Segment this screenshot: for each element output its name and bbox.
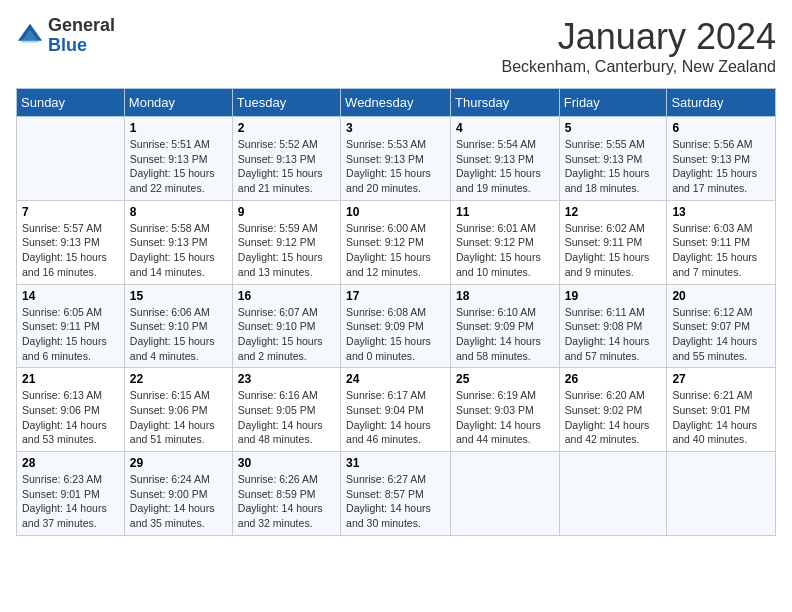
calendar-week-row: 7Sunrise: 5:57 AM Sunset: 9:13 PM Daylig… xyxy=(17,200,776,284)
logo-icon xyxy=(16,22,44,50)
calendar-cell: 3Sunrise: 5:53 AM Sunset: 9:13 PM Daylig… xyxy=(341,117,451,201)
calendar-cell: 22Sunrise: 6:15 AM Sunset: 9:06 PM Dayli… xyxy=(124,368,232,452)
day-info: Sunrise: 5:57 AM Sunset: 9:13 PM Dayligh… xyxy=(22,221,119,280)
calendar-cell xyxy=(17,117,125,201)
day-info: Sunrise: 6:16 AM Sunset: 9:05 PM Dayligh… xyxy=(238,388,335,447)
day-number: 30 xyxy=(238,456,335,470)
day-info: Sunrise: 6:07 AM Sunset: 9:10 PM Dayligh… xyxy=(238,305,335,364)
logo: General Blue xyxy=(16,16,115,56)
calendar-cell: 9Sunrise: 5:59 AM Sunset: 9:12 PM Daylig… xyxy=(232,200,340,284)
calendar-week-row: 28Sunrise: 6:23 AM Sunset: 9:01 PM Dayli… xyxy=(17,452,776,536)
calendar-cell: 18Sunrise: 6:10 AM Sunset: 9:09 PM Dayli… xyxy=(451,284,560,368)
day-number: 13 xyxy=(672,205,770,219)
day-number: 27 xyxy=(672,372,770,386)
day-number: 17 xyxy=(346,289,445,303)
day-info: Sunrise: 6:03 AM Sunset: 9:11 PM Dayligh… xyxy=(672,221,770,280)
day-info: Sunrise: 6:23 AM Sunset: 9:01 PM Dayligh… xyxy=(22,472,119,531)
day-info: Sunrise: 5:58 AM Sunset: 9:13 PM Dayligh… xyxy=(130,221,227,280)
title-block: January 2024 Beckenham, Canterbury, New … xyxy=(501,16,776,76)
calendar-cell: 5Sunrise: 5:55 AM Sunset: 9:13 PM Daylig… xyxy=(559,117,667,201)
day-info: Sunrise: 6:11 AM Sunset: 9:08 PM Dayligh… xyxy=(565,305,662,364)
day-info: Sunrise: 5:55 AM Sunset: 9:13 PM Dayligh… xyxy=(565,137,662,196)
day-number: 11 xyxy=(456,205,554,219)
day-info: Sunrise: 6:12 AM Sunset: 9:07 PM Dayligh… xyxy=(672,305,770,364)
day-number: 2 xyxy=(238,121,335,135)
calendar-cell: 17Sunrise: 6:08 AM Sunset: 9:09 PM Dayli… xyxy=(341,284,451,368)
day-number: 14 xyxy=(22,289,119,303)
calendar-cell: 20Sunrise: 6:12 AM Sunset: 9:07 PM Dayli… xyxy=(667,284,776,368)
day-info: Sunrise: 6:24 AM Sunset: 9:00 PM Dayligh… xyxy=(130,472,227,531)
day-number: 31 xyxy=(346,456,445,470)
day-number: 20 xyxy=(672,289,770,303)
day-info: Sunrise: 6:06 AM Sunset: 9:10 PM Dayligh… xyxy=(130,305,227,364)
month-title: January 2024 xyxy=(501,16,776,58)
day-info: Sunrise: 6:19 AM Sunset: 9:03 PM Dayligh… xyxy=(456,388,554,447)
calendar-cell: 24Sunrise: 6:17 AM Sunset: 9:04 PM Dayli… xyxy=(341,368,451,452)
day-info: Sunrise: 6:08 AM Sunset: 9:09 PM Dayligh… xyxy=(346,305,445,364)
page-header: General Blue January 2024 Beckenham, Can… xyxy=(16,16,776,76)
calendar-cell: 30Sunrise: 6:26 AM Sunset: 8:59 PM Dayli… xyxy=(232,452,340,536)
day-info: Sunrise: 6:27 AM Sunset: 8:57 PM Dayligh… xyxy=(346,472,445,531)
calendar-cell: 29Sunrise: 6:24 AM Sunset: 9:00 PM Dayli… xyxy=(124,452,232,536)
calendar-week-row: 21Sunrise: 6:13 AM Sunset: 9:06 PM Dayli… xyxy=(17,368,776,452)
calendar-cell: 27Sunrise: 6:21 AM Sunset: 9:01 PM Dayli… xyxy=(667,368,776,452)
calendar-cell: 28Sunrise: 6:23 AM Sunset: 9:01 PM Dayli… xyxy=(17,452,125,536)
day-number: 6 xyxy=(672,121,770,135)
day-info: Sunrise: 5:56 AM Sunset: 9:13 PM Dayligh… xyxy=(672,137,770,196)
calendar-cell: 26Sunrise: 6:20 AM Sunset: 9:02 PM Dayli… xyxy=(559,368,667,452)
logo-general: General xyxy=(48,16,115,36)
calendar-table: SundayMondayTuesdayWednesdayThursdayFrid… xyxy=(16,88,776,536)
day-info: Sunrise: 6:00 AM Sunset: 9:12 PM Dayligh… xyxy=(346,221,445,280)
calendar-cell: 4Sunrise: 5:54 AM Sunset: 9:13 PM Daylig… xyxy=(451,117,560,201)
day-number: 10 xyxy=(346,205,445,219)
day-number: 7 xyxy=(22,205,119,219)
calendar-cell: 15Sunrise: 6:06 AM Sunset: 9:10 PM Dayli… xyxy=(124,284,232,368)
calendar-cell: 25Sunrise: 6:19 AM Sunset: 9:03 PM Dayli… xyxy=(451,368,560,452)
day-number: 25 xyxy=(456,372,554,386)
calendar-cell: 11Sunrise: 6:01 AM Sunset: 9:12 PM Dayli… xyxy=(451,200,560,284)
location: Beckenham, Canterbury, New Zealand xyxy=(501,58,776,76)
calendar-cell: 7Sunrise: 5:57 AM Sunset: 9:13 PM Daylig… xyxy=(17,200,125,284)
day-info: Sunrise: 5:59 AM Sunset: 9:12 PM Dayligh… xyxy=(238,221,335,280)
day-number: 29 xyxy=(130,456,227,470)
day-info: Sunrise: 6:20 AM Sunset: 9:02 PM Dayligh… xyxy=(565,388,662,447)
day-info: Sunrise: 5:51 AM Sunset: 9:13 PM Dayligh… xyxy=(130,137,227,196)
day-number: 23 xyxy=(238,372,335,386)
calendar-cell: 8Sunrise: 5:58 AM Sunset: 9:13 PM Daylig… xyxy=(124,200,232,284)
weekday-header: Wednesday xyxy=(341,89,451,117)
day-info: Sunrise: 6:05 AM Sunset: 9:11 PM Dayligh… xyxy=(22,305,119,364)
day-info: Sunrise: 6:26 AM Sunset: 8:59 PM Dayligh… xyxy=(238,472,335,531)
day-info: Sunrise: 5:52 AM Sunset: 9:13 PM Dayligh… xyxy=(238,137,335,196)
day-info: Sunrise: 6:01 AM Sunset: 9:12 PM Dayligh… xyxy=(456,221,554,280)
day-info: Sunrise: 6:15 AM Sunset: 9:06 PM Dayligh… xyxy=(130,388,227,447)
calendar-cell: 2Sunrise: 5:52 AM Sunset: 9:13 PM Daylig… xyxy=(232,117,340,201)
weekday-header: Sunday xyxy=(17,89,125,117)
calendar-cell: 21Sunrise: 6:13 AM Sunset: 9:06 PM Dayli… xyxy=(17,368,125,452)
day-number: 12 xyxy=(565,205,662,219)
calendar-cell xyxy=(451,452,560,536)
calendar-cell: 31Sunrise: 6:27 AM Sunset: 8:57 PM Dayli… xyxy=(341,452,451,536)
calendar-week-row: 1Sunrise: 5:51 AM Sunset: 9:13 PM Daylig… xyxy=(17,117,776,201)
day-info: Sunrise: 6:17 AM Sunset: 9:04 PM Dayligh… xyxy=(346,388,445,447)
day-info: Sunrise: 5:53 AM Sunset: 9:13 PM Dayligh… xyxy=(346,137,445,196)
weekday-header: Monday xyxy=(124,89,232,117)
day-number: 1 xyxy=(130,121,227,135)
day-number: 9 xyxy=(238,205,335,219)
day-info: Sunrise: 5:54 AM Sunset: 9:13 PM Dayligh… xyxy=(456,137,554,196)
day-info: Sunrise: 6:21 AM Sunset: 9:01 PM Dayligh… xyxy=(672,388,770,447)
day-number: 26 xyxy=(565,372,662,386)
calendar-cell: 1Sunrise: 5:51 AM Sunset: 9:13 PM Daylig… xyxy=(124,117,232,201)
day-number: 4 xyxy=(456,121,554,135)
calendar-cell: 19Sunrise: 6:11 AM Sunset: 9:08 PM Dayli… xyxy=(559,284,667,368)
calendar-week-row: 14Sunrise: 6:05 AM Sunset: 9:11 PM Dayli… xyxy=(17,284,776,368)
logo-text: General Blue xyxy=(48,16,115,56)
calendar-cell: 10Sunrise: 6:00 AM Sunset: 9:12 PM Dayli… xyxy=(341,200,451,284)
calendar-cell: 12Sunrise: 6:02 AM Sunset: 9:11 PM Dayli… xyxy=(559,200,667,284)
logo-blue: Blue xyxy=(48,36,115,56)
calendar-cell xyxy=(667,452,776,536)
calendar-cell xyxy=(559,452,667,536)
day-number: 24 xyxy=(346,372,445,386)
day-number: 16 xyxy=(238,289,335,303)
day-number: 15 xyxy=(130,289,227,303)
calendar-cell: 13Sunrise: 6:03 AM Sunset: 9:11 PM Dayli… xyxy=(667,200,776,284)
